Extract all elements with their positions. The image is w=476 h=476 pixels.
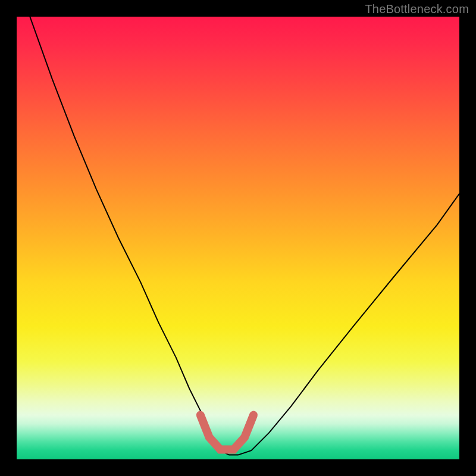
watermark-text: TheBottleneck.com: [365, 2, 469, 16]
bottleneck-curve: [30, 17, 459, 455]
plot-area: [17, 17, 459, 459]
optimal-region-marker: [201, 415, 253, 450]
chart-stage: TheBottleneck.com: [0, 0, 476, 476]
curve-layer: [17, 17, 459, 459]
